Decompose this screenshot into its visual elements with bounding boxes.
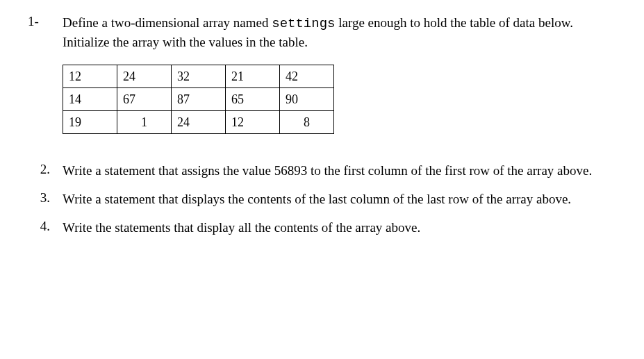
question-3-body: Write a statement that displays the cont…: [63, 190, 616, 208]
table-cell: 65: [226, 88, 280, 111]
table-cell: 67: [117, 88, 172, 111]
question-2-body: Write a statement that assigns the value…: [63, 162, 616, 180]
question-1-number: 1-: [28, 14, 63, 51]
question-1: 1- Define a two-dimensional array named …: [28, 14, 616, 51]
question-1-text-before: Define a two-dimensional array named: [63, 15, 272, 30]
question-4-number: 4.: [28, 219, 63, 237]
question-4-body: Write the statements that display all th…: [63, 219, 616, 237]
table-cell: 19: [63, 111, 117, 134]
question-3: 3. Write a statement that displays the c…: [28, 190, 616, 208]
question-4: 4. Write the statements that display all…: [28, 219, 616, 237]
table-row: 19 1 24 12 8: [63, 111, 334, 134]
table-row: 14 67 87 65 90: [63, 88, 334, 111]
table-cell: 90: [280, 88, 334, 111]
settings-table: 12 24 32 21 42 14 67 87 65 90 19 1 24 12…: [63, 65, 334, 134]
table-cell: 87: [172, 88, 226, 111]
table-cell: 8: [280, 111, 334, 134]
table-cell: 14: [63, 88, 117, 111]
table-cell: 24: [117, 65, 172, 88]
question-3-number: 3.: [28, 190, 63, 208]
table-cell: 21: [226, 65, 280, 88]
question-1-code: settings: [272, 16, 335, 31]
table-cell: 12: [226, 111, 280, 134]
table-cell: 32: [172, 65, 226, 88]
table-row: 12 24 32 21 42: [63, 65, 334, 88]
question-2: 2. Write a statement that assigns the va…: [28, 162, 616, 180]
question-2-number: 2.: [28, 162, 63, 180]
table-cell: 42: [280, 65, 334, 88]
table-cell: 1: [117, 111, 172, 134]
table-cell: 12: [63, 65, 117, 88]
table-cell: 24: [172, 111, 226, 134]
question-1-body: Define a two-dimensional array named set…: [63, 14, 616, 51]
